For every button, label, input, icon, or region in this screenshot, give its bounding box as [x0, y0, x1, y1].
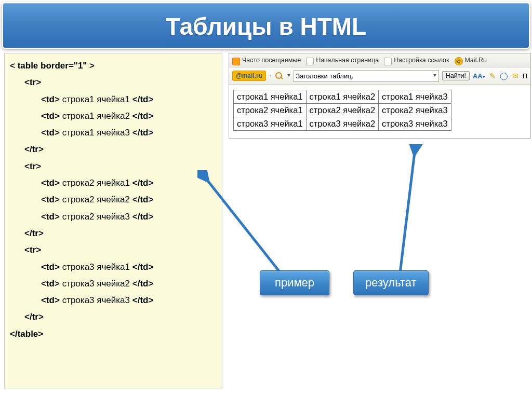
- dropdown-icon[interactable]: [287, 74, 290, 77]
- callout-result: результат: [353, 270, 429, 295]
- code-line: <td> строка1 ячейка1 </td>: [10, 91, 217, 108]
- table-cell: строка3 ячейка3: [379, 117, 451, 131]
- page-icon: [384, 58, 392, 65]
- search-input[interactable]: Заголовки таблиц.: [294, 70, 439, 82]
- mailru-icon: @: [455, 57, 463, 65]
- page-title: Таблицы в HTML: [2, 2, 530, 49]
- separator: ·: [269, 71, 271, 80]
- code-line: <td> строка3 ячейка1 </td>: [10, 259, 217, 276]
- code-line: </tr>: [10, 141, 217, 158]
- table-cell: строка1 ячейка2: [306, 90, 379, 104]
- table-cell: строка2 ячейка1: [234, 104, 307, 117]
- table-cell: строка1 ячейка3: [379, 90, 451, 104]
- code-line: <tr>: [10, 158, 217, 175]
- arrow-to-result: [374, 144, 436, 279]
- code-line: <td> строка2 ячейка3 </td>: [10, 209, 217, 225]
- table-cell: строка2 ячейка2: [306, 104, 379, 117]
- text-size-icon[interactable]: AA▾: [473, 72, 485, 80]
- camera-icon[interactable]: ◯: [500, 72, 508, 80]
- code-line: <td> строка1 ячейка2 </td>: [10, 108, 217, 125]
- search-toolbar: @mail.ru · Заголовки таблиц. Найти! AA▾ …: [229, 67, 530, 85]
- toolbar-icons: AA▾ ✎ ◯ ✉ П: [473, 72, 527, 80]
- bookmark-links[interactable]: Настройка ссылок: [384, 57, 449, 64]
- table-row: строка3 ячейка1 строка3 ячейка2 строка3 …: [234, 117, 451, 131]
- code-line: <td> строка1 ячейка3 </td>: [10, 125, 217, 141]
- bookmark-icon: [232, 58, 240, 65]
- toolbar-item[interactable]: П: [523, 72, 527, 80]
- page-icon: [306, 58, 314, 65]
- search-button[interactable]: Найти!: [442, 71, 470, 80]
- table-cell: строка3 ячейка1: [234, 117, 307, 131]
- bookmark-start[interactable]: Начальная страница: [306, 57, 379, 64]
- browser-result-panel: Часто посещаемые Начальная страница Наст…: [229, 53, 531, 139]
- table-cell: строка2 ячейка3: [379, 104, 451, 117]
- pencil-icon[interactable]: ✎: [489, 72, 496, 80]
- bookmark-mailru[interactable]: @Mail.Ru: [455, 56, 487, 64]
- code-example-panel: < table border="1" > <tr> <td> строка1 я…: [4, 53, 222, 389]
- code-line: <td> строка2 ячейка1 </td>: [10, 175, 217, 191]
- search-icon[interactable]: [275, 72, 283, 80]
- bookmarks-bar: Часто посещаемые Начальная страница Наст…: [229, 53, 530, 67]
- dropdown-icon[interactable]: [433, 74, 436, 77]
- table-row: строка2 ячейка1 строка2 ячейка2 строка2 …: [234, 104, 451, 117]
- bookmark-frequent[interactable]: Часто посещаемые: [232, 57, 301, 64]
- code-line: </tr>: [10, 225, 217, 242]
- result-table: строка1 ячейка1 строка1 ячейка2 строка1 …: [233, 90, 451, 131]
- table-row: строка1 ячейка1 строка1 ячейка2 строка1 …: [234, 90, 451, 104]
- code-line: </table>: [10, 326, 217, 342]
- code-line: < table border="1" >: [10, 58, 217, 74]
- table-cell: строка1 ячейка1: [234, 90, 307, 104]
- code-line: <td> строка2 ячейка2 </td>: [10, 191, 217, 208]
- svg-line-1: [400, 153, 415, 273]
- code-line: <tr>: [10, 242, 217, 258]
- code-line: </tr>: [10, 309, 217, 325]
- browser-viewport: строка1 ячейка1 строка1 ячейка2 строка1 …: [229, 85, 530, 138]
- content-area: < table border="1" > <tr> <td> строка1 я…: [0, 51, 532, 393]
- code-line: <tr>: [10, 74, 217, 91]
- code-line: <td> строка3 ячейка2 </td>: [10, 276, 217, 292]
- mail-icon[interactable]: ✉: [512, 72, 518, 80]
- callout-example: пример: [260, 270, 329, 295]
- table-cell: строка3 ячейка2: [306, 117, 379, 131]
- mailru-badge[interactable]: @mail.ru: [232, 71, 266, 81]
- code-line: <td> строка3 ячейка3 </td>: [10, 292, 217, 309]
